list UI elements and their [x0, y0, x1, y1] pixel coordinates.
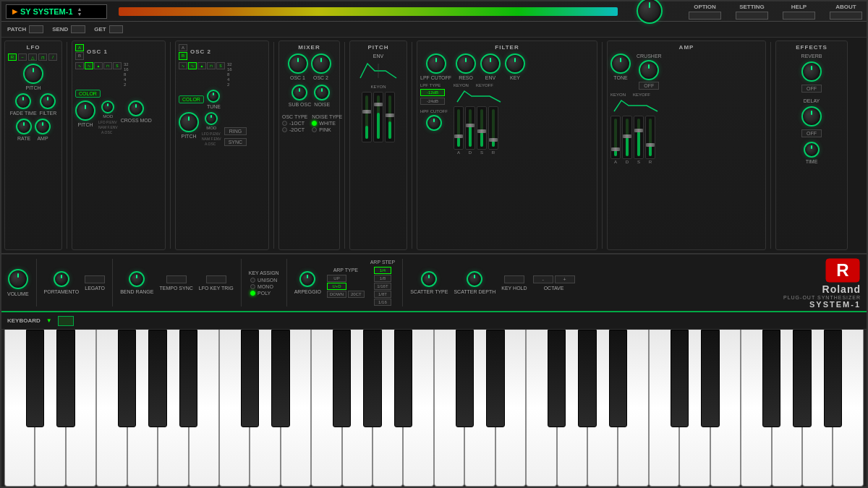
osc2-b-btn[interactable]: B [179, 52, 187, 59]
filter-hpf-knob[interactable] [426, 115, 442, 131]
black-key-9[interactable] [394, 330, 412, 427]
lfo-wave-sq[interactable]: ⊓ [38, 53, 47, 61]
osc-type-2oct[interactable]: -2OCT [282, 127, 307, 132]
arptype-20ct[interactable]: 20CT [348, 291, 365, 298]
filter-s-fader[interactable] [477, 106, 487, 150]
amp-a-fader[interactable] [610, 116, 621, 159]
amp-r-fader[interactable] [645, 116, 655, 159]
black-key-6[interactable] [271, 330, 289, 427]
reverb-off-btn[interactable]: OFF [801, 85, 822, 93]
osc1-pitch-knob[interactable] [75, 100, 95, 121]
patch-btn[interactable] [29, 25, 43, 33]
lfo-amp-knob[interactable] [35, 119, 51, 134]
about-btn[interactable] [830, 12, 862, 20]
mixer-noise-knob[interactable] [314, 85, 330, 100]
lfo-pitch-knob[interactable] [23, 64, 43, 84]
osc2-wave3[interactable]: ▲ [197, 62, 206, 69]
lfo-rate-knob[interactable] [16, 119, 32, 134]
volume-knob[interactable] [8, 269, 28, 289]
filter-key-knob[interactable] [505, 53, 525, 74]
keyhold-btn[interactable] [504, 275, 524, 283]
black-key-15[interactable] [671, 330, 689, 427]
mixer-osc2-knob[interactable] [311, 53, 331, 74]
filter-lpf-knob[interactable] [426, 53, 446, 74]
black-key-8[interactable] [363, 330, 381, 427]
arpstep-14[interactable]: 1/4 [374, 267, 391, 274]
black-key-7[interactable] [333, 330, 351, 427]
osc2-a-btn[interactable]: A [179, 44, 187, 51]
db-12-btn[interactable]: -12dB [420, 89, 445, 96]
osc1-wave3[interactable]: ▲ [94, 62, 103, 69]
osc1-wave1[interactable]: ∿ [75, 62, 84, 69]
amp-d-fader[interactable] [622, 116, 632, 159]
delay-time-knob[interactable] [804, 142, 820, 158]
scatterdepth-knob[interactable] [467, 271, 482, 287]
octave-down-btn[interactable]: - [533, 275, 553, 283]
osc2-sync-btn[interactable]: SYNC [224, 138, 247, 146]
amp-crusher-off-btn[interactable]: OFF [639, 82, 659, 90]
pitch-a-fader[interactable] [362, 92, 372, 142]
osc1-wave5[interactable]: S [113, 62, 122, 69]
osc2-pitch-knob[interactable] [179, 112, 199, 132]
title-up[interactable]: ▲ [77, 7, 82, 12]
temposync-btn[interactable] [166, 275, 187, 283]
osc1-crossmod-knob[interactable] [128, 100, 144, 116]
black-key-10[interactable] [456, 330, 474, 427]
black-key-16[interactable] [701, 330, 719, 427]
osc1-wave4[interactable]: ⊓ [103, 62, 112, 69]
osc2-wave2[interactable]: ∿ [188, 62, 197, 69]
black-key-19[interactable] [824, 330, 842, 427]
lfo-wave-rnd[interactable]: R [8, 53, 17, 61]
black-key-5[interactable] [241, 330, 259, 427]
osc2-tune-knob[interactable] [207, 90, 220, 103]
option-btn[interactable] [689, 12, 721, 20]
arpeggio-knob[interactable] [299, 271, 315, 287]
portamento-knob[interactable] [54, 271, 69, 287]
mixer-osc1-knob[interactable] [288, 53, 308, 74]
arpstep-18[interactable]: 1/8 [374, 275, 391, 282]
black-key-3[interactable] [148, 330, 166, 427]
osc2-ring-btn[interactable]: RING [224, 127, 247, 135]
octave-up-btn[interactable]: + [555, 275, 575, 283]
arpstep-18t[interactable]: 1/8T [374, 291, 391, 298]
black-key-18[interactable] [793, 330, 811, 427]
black-key-12[interactable] [548, 330, 566, 427]
arpstep-116t[interactable]: 1/16T [374, 283, 391, 290]
reverb-knob[interactable] [801, 61, 822, 82]
db-24-btn[interactable]: -24dB [420, 98, 445, 105]
keyassign-poly[interactable]: POLY [250, 291, 277, 296]
scattertype-knob[interactable] [421, 271, 437, 287]
delay-knob[interactable] [801, 106, 822, 127]
amp-s-fader[interactable] [634, 116, 644, 159]
title-arrows[interactable]: ▲ ▼ [77, 7, 82, 17]
osc2-color-btn[interactable]: COLOR [179, 95, 204, 103]
lfo-fadetime-knob[interactable] [15, 93, 31, 109]
amp-crusher-knob[interactable] [639, 60, 659, 80]
black-key-17[interactable] [762, 330, 780, 427]
black-key-14[interactable] [609, 330, 627, 427]
black-key-0[interactable] [26, 330, 44, 427]
arptype-up[interactable]: UP [327, 275, 346, 282]
noise-white[interactable]: WHITE [312, 121, 342, 126]
lfo-wave-sin[interactable]: ~ [18, 53, 27, 61]
osc2-wave1[interactable]: ∿ [179, 62, 187, 69]
filter-reso-knob[interactable] [456, 53, 476, 74]
lfo-wave-tri[interactable]: △ [28, 53, 37, 61]
lfokeytrig-btn[interactable] [206, 275, 226, 283]
mixer-subosc-knob[interactable] [292, 85, 307, 100]
title-down[interactable]: ▼ [77, 12, 82, 17]
bendrange-knob[interactable] [129, 271, 145, 287]
osc1-mod-knob[interactable] [101, 100, 114, 114]
osc2-wave5[interactable]: S [216, 62, 225, 69]
osc1-b-btn[interactable]: B [75, 52, 84, 59]
black-key-2[interactable] [118, 330, 136, 427]
arptype-down[interactable]: DOWN [327, 291, 346, 298]
filter-r-fader[interactable] [488, 106, 498, 150]
filter-a-fader[interactable] [454, 106, 464, 150]
pitch-s-fader[interactable] [385, 92, 395, 142]
arpstep-116[interactable]: 1/16 [374, 299, 391, 306]
legato-btn[interactable] [85, 275, 105, 283]
amp-tone-knob[interactable] [610, 53, 631, 74]
delay-off-btn[interactable]: OFF [801, 129, 822, 137]
keyboard-toggle-btn[interactable] [58, 316, 74, 326]
